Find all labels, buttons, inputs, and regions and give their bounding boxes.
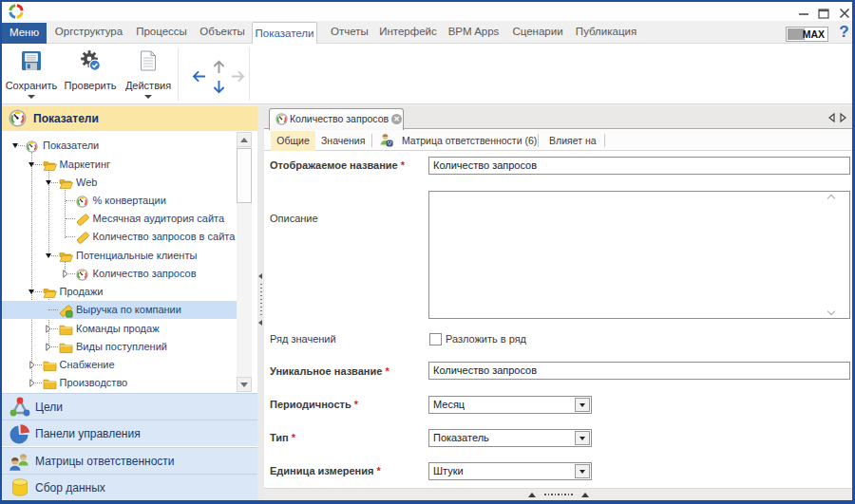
subtab-general[interactable]: Общие [271,131,315,151]
max-toggle-label: MAX [803,28,825,40]
scroll-down-button[interactable] [237,377,252,392]
document-tab-close-icon[interactable]: ✕ [391,114,402,124]
ribbon-tab-interface[interactable]: Интерфейс [379,21,437,43]
tree-item[interactable]: Потенциальные клиенты [2,247,238,265]
tree-item[interactable]: Производство [2,374,238,392]
nav-left-icon[interactable] [191,70,206,83]
nav-right-icon[interactable] [231,70,246,83]
decompose-checkbox-label: Разложить в ряд [446,333,526,345]
dashboards-icon [9,422,31,449]
tree-expander-closed-icon[interactable] [29,379,35,387]
sidebar-section-goals[interactable]: Цели [2,393,257,420]
value-series-label: Ряд значений [270,333,336,345]
tree-item[interactable]: Снабжение [2,356,238,374]
ribbon-tab-bpm-apps[interactable]: BPM Apps [448,21,500,43]
bottom-splitter[interactable] [264,488,852,500]
tree-expander-open-icon[interactable] [46,180,51,185]
dropdown-button[interactable] [575,398,590,412]
tree-item[interactable]: Виды поступлений [2,338,238,356]
ribbon-tab-processes[interactable]: Процессы [136,21,187,43]
ribbon-tab-reports[interactable]: Отчеты [331,21,369,43]
sidebar-section-data-collection[interactable]: Сбор данных [2,474,257,500]
sidebar-section-label: Панели управления [35,420,141,447]
tree-expander-closed-icon[interactable] [46,325,51,333]
tree-expander-open-icon[interactable] [12,143,18,148]
periodicity-select[interactable]: Месяц [428,396,592,414]
tree-expander-open-icon[interactable] [46,253,51,258]
tab-scroll-left-icon[interactable] [827,113,835,122]
type-select[interactable]: Показатель [428,429,592,447]
tree-item[interactable]: Выручка по компании [2,301,238,319]
tree-item-label: Показатели [43,137,99,155]
maximize-button[interactable] [816,7,831,20]
tree-item[interactable]: Количество запросов [2,265,238,283]
subtab-responsibility-matrix[interactable]: Матрица ответственности (6) [402,131,537,150]
scrollbar-thumb[interactable] [237,148,252,203]
minimize-button[interactable] [796,7,811,20]
help-icon[interactable]: ? [836,21,852,44]
splitter-handle[interactable] [544,494,573,495]
title-bar [2,2,852,21]
type-label: Тип * [270,432,295,443]
sidebar-splitter[interactable] [257,106,264,500]
sidebar-section-dashboards[interactable]: Панели управления [2,420,257,446]
unit-select[interactable]: Штуки [428,462,592,480]
dropdown-button[interactable] [575,431,590,445]
tree-item-label: Команды продаж [76,320,160,338]
ribbon-tab-indicators[interactable]: Показатели [252,22,317,44]
tree-expander-closed-icon[interactable] [63,270,68,278]
subtab-influences[interactable]: Влияет на [549,131,597,150]
scroll-up-button[interactable] [237,132,252,147]
splitter-collapse-icon[interactable] [258,320,262,326]
tree-scrollbar[interactable] [237,132,252,392]
unique-name-input[interactable]: Количество запросов [428,362,850,380]
folder-closed-icon [43,377,57,393]
tree-expander-closed-icon[interactable] [29,361,35,369]
check-button[interactable]: Проверить [62,44,119,103]
splitter-expand-icon[interactable] [528,493,536,497]
display-name-input[interactable]: Количество запросов [428,157,850,175]
decompose-checkbox[interactable] [429,333,442,345]
nav-down-icon[interactable] [213,80,225,95]
ribbon-tab-scenarios[interactable]: Сценарии [512,21,562,43]
tree-item-label: Количество запросов [93,265,197,283]
close-button[interactable] [837,7,852,20]
menu-button[interactable]: Меню [2,23,47,44]
tree-item[interactable]: Продажи [2,283,238,301]
nav-up-icon[interactable] [213,59,225,74]
save-button[interactable]: Сохранить [3,44,60,103]
document-tab[interactable]: Количество запросов ✕ [269,108,404,130]
description-textarea[interactable] [428,191,850,319]
dropdown-button[interactable] [575,464,590,478]
sidebar-section-matrices[interactable]: Матрицы ответственности [2,447,257,474]
ribbon-tab-orgstructure[interactable]: Оргструктура [55,21,123,43]
subtab-values[interactable]: Значения [321,131,365,150]
description-label: Описание [270,213,318,224]
tree-expander-open-icon[interactable] [28,162,34,167]
ribbon-tab-objects[interactable]: Объекты [200,21,244,43]
display-name-label: Отображаемое название * [270,159,405,171]
subtab-separator [538,134,539,147]
tree-item[interactable]: Показатели [2,137,238,155]
splitter-handle[interactable] [260,284,262,317]
tree-item[interactable]: Количество запросов в сайта [2,228,238,246]
save-icon [21,50,42,71]
tree-item[interactable]: Web [2,174,238,192]
tree-item[interactable]: Месячная аудитория сайта [2,210,238,228]
tree-item-label: Потенциальные клиенты [76,247,197,265]
tree-item-label: Выручка по компании [76,301,181,319]
ribbon-tab-publication[interactable]: Публикация [576,21,636,43]
window-border [0,0,855,2]
unique-name-label: Уникальное название * [270,365,390,377]
max-toggle[interactable]: MAX [786,27,828,42]
splitter-collapse-icon[interactable] [258,273,262,279]
unit-label: Единица измерения * [270,465,381,476]
splitter-expand-icon[interactable] [581,493,589,497]
tab-scroll-right-icon[interactable] [840,113,847,122]
tree-item[interactable]: Маркетинг [2,156,238,174]
tree-expander-closed-icon[interactable] [46,343,51,351]
tree-item[interactable]: % конвертации [2,192,238,210]
tree-item[interactable]: Команды продаж [2,320,238,338]
actions-button[interactable]: Действия [121,44,176,103]
tree-expander-open-icon[interactable] [28,289,34,294]
